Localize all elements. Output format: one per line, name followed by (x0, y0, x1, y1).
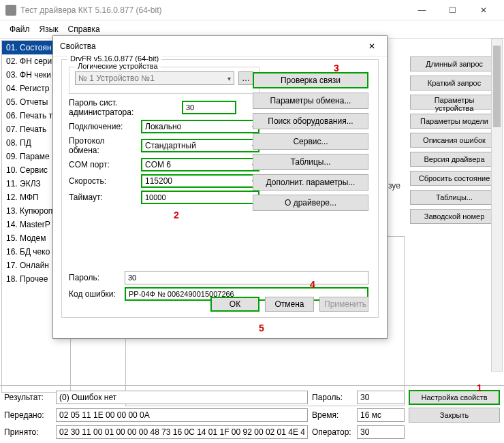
device-select-value: № 1 Устройство №1 (78, 73, 155, 83)
device-params-button[interactable]: Параметры устройства (410, 95, 499, 110)
dialog-action-column: Проверка связи Параметры обмена... Поиск… (253, 72, 368, 211)
check-connection-button[interactable]: Проверка связи (253, 72, 368, 88)
password-label: Пароль: (312, 393, 353, 402)
com-port-label: COM порт: (69, 160, 137, 169)
admin-password-input[interactable]: 30 (182, 101, 236, 114)
recv-field[interactable] (56, 425, 308, 439)
model-params-button[interactable]: Параметры модели (410, 114, 499, 129)
dialog-titlebar: Свойства ✕ (53, 36, 387, 56)
minimize-button[interactable]: — (407, 0, 437, 20)
exchange-params-button[interactable]: Параметры обмена... (253, 93, 368, 109)
admin-password-label: Пароль сист. администратора: (69, 98, 178, 117)
time-label: Время: (312, 410, 353, 420)
sent-label: Передано: (4, 410, 52, 420)
about-driver-button[interactable]: О драйвере... (253, 195, 368, 211)
serial-number-button[interactable]: Заводской номер (410, 209, 499, 224)
operator-field[interactable] (357, 425, 405, 439)
dialog-title-text: Свойства (60, 42, 364, 51)
logical-devices-label: Логические устройства (75, 62, 161, 70)
dialog-groupbox: DrvFR v5.16.0.877 (64-bit) Логические ус… (61, 59, 379, 318)
scrollbar-thumb[interactable] (493, 46, 501, 127)
recv-label: Принято: (4, 427, 52, 437)
protocol-select[interactable]: Стандартный ▾ (141, 139, 259, 152)
dlg-password-input[interactable]: 30 (125, 271, 368, 284)
apply-button[interactable]: Применить (319, 297, 368, 312)
close-app-button[interactable]: Закрыть (409, 408, 500, 423)
right-panel: Длинный запрос Краткий запрос Параметры … (410, 39, 504, 393)
properties-dialog: Свойства ✕ DrvFR v5.16.0.877 (64-bit) Ло… (52, 35, 388, 339)
timeout-input[interactable]: 10000 (141, 191, 259, 204)
result-label: Результат: (4, 393, 52, 402)
tables-button[interactable]: Таблицы... (410, 190, 499, 205)
truncated-text: зуе (388, 181, 400, 191)
short-request-button[interactable]: Краткий запрос (410, 76, 499, 91)
connection-label: Подключение: (69, 122, 137, 131)
com-port-select[interactable]: COM 6 ▾ (141, 158, 259, 171)
menu-language[interactable]: Язык (35, 23, 63, 35)
time-field[interactable] (357, 408, 405, 422)
window-title: Тест драйвера ККТ 5.16.0.877 (64-bit) (20, 5, 407, 15)
bottom-panel: Результат: Пароль: Настройка свойств Пер… (0, 385, 504, 443)
error-code-label: Код ошибки: (69, 289, 121, 299)
settings-button[interactable]: Настройка свойств (409, 390, 500, 405)
long-request-button[interactable]: Длинный запрос (410, 56, 499, 71)
operator-label: Оператор: (312, 427, 353, 437)
chevron-down-icon: ▾ (227, 75, 231, 82)
dlg-password-label: Пароль: (69, 273, 121, 282)
titlebar: Тест драйвера ККТ 5.16.0.877 (64-bit) — … (0, 0, 504, 20)
device-select[interactable]: № 1 Устройство №1 ▾ (75, 71, 234, 85)
logical-devices-fieldset: Логические устройства № 1 Устройство №1 … (69, 67, 259, 94)
timeout-label: Таймаут: (69, 193, 137, 202)
device-browse-button[interactable]: … (238, 71, 253, 85)
protocol-label: Протокол обмена: (69, 136, 137, 155)
speed-value: 115200 (145, 176, 172, 186)
search-hardware-button[interactable]: Поиск оборудования... (253, 113, 368, 129)
cancel-button[interactable]: Отмена (265, 297, 314, 312)
error-descriptions-button[interactable]: Описания ошибок (410, 133, 499, 148)
protocol-value: Стандартный (145, 141, 196, 150)
maximize-button[interactable]: ☐ (437, 0, 468, 20)
extra-params-button[interactable]: Дополнит. параметры... (253, 174, 368, 191)
dialog-buttons: ОК Отмена Применить (210, 297, 368, 312)
close-button[interactable]: ✕ (468, 0, 499, 20)
menu-file[interactable]: Файл (5, 23, 34, 35)
sent-field[interactable] (56, 408, 308, 422)
driver-version-button[interactable]: Версия драйвера (410, 152, 499, 167)
result-field[interactable] (56, 391, 308, 404)
vertical-scrollbar[interactable] (491, 38, 503, 372)
dlg-tables-button[interactable]: Таблицы... (253, 154, 368, 170)
reset-state-button[interactable]: Сбросить состояние (410, 171, 499, 186)
menu-help[interactable]: Справка (64, 23, 104, 35)
dialog-close-button[interactable]: ✕ (364, 38, 380, 54)
service-button[interactable]: Сервис... (253, 133, 368, 150)
speed-label: Скорость: (69, 176, 137, 186)
speed-select[interactable]: 115200 ▾ (141, 174, 259, 188)
com-port-value: COM 6 (145, 160, 171, 169)
ok-button[interactable]: ОК (210, 297, 259, 312)
connection-value: Локально (145, 122, 181, 131)
connection-select[interactable]: Локально ▾ (141, 120, 259, 133)
password-field[interactable] (357, 391, 405, 404)
app-icon (5, 5, 16, 16)
